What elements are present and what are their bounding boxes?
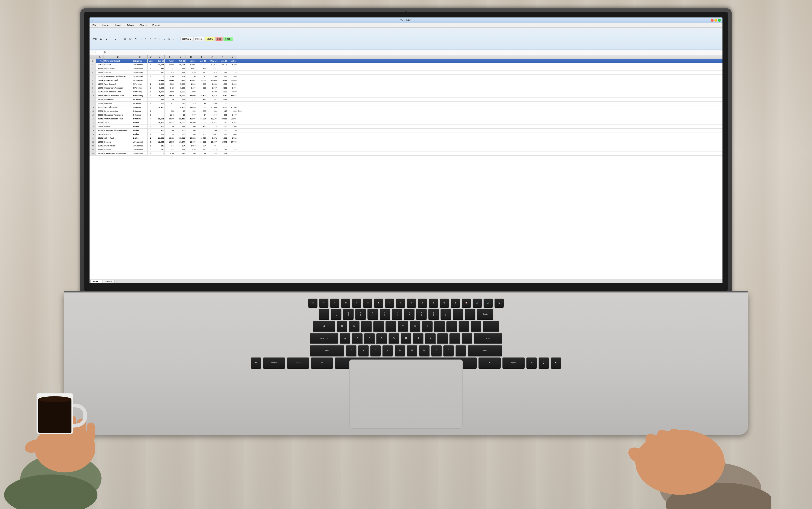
cell[interactable]: 1 bbox=[148, 78, 154, 82]
cell[interactable]: 0 bbox=[148, 67, 154, 70]
cell[interactable]: 16,525 bbox=[186, 136, 196, 140]
cell[interactable]: 1-Personnel bbox=[132, 71, 148, 74]
key-f10[interactable]: ⏭ bbox=[418, 299, 427, 307]
key-esc[interactable]: esc bbox=[308, 299, 318, 307]
cell[interactable]: May-16 bbox=[207, 59, 217, 63]
cell[interactable]: 4-Other bbox=[132, 121, 148, 125]
cell[interactable]: 1-Personnel bbox=[132, 74, 148, 78]
cell[interactable]: 96643 bbox=[96, 90, 104, 94]
cell[interactable]: 12 bbox=[175, 113, 186, 117]
key-arrow-left[interactable]: ◄ bbox=[526, 358, 537, 368]
key-command-right[interactable]: ⌘ bbox=[478, 358, 501, 368]
cell[interactable]: 8,000 bbox=[186, 90, 196, 94]
cell[interactable]: Newspaper Advertising bbox=[104, 113, 132, 117]
cell[interactable]: Benefits bbox=[104, 140, 132, 144]
col-header-k[interactable]: K bbox=[217, 55, 228, 59]
table-row[interactable]: 210460Benefits1-Personnel012,03413,56510… bbox=[89, 63, 723, 67]
menu-layout[interactable]: Layout bbox=[101, 24, 110, 27]
cell[interactable]: 200 bbox=[186, 125, 196, 128]
key-vol-down[interactable]: 🔉 bbox=[473, 299, 482, 307]
key-tilde[interactable]: ~` bbox=[319, 309, 329, 319]
cell[interactable]: 4-Other bbox=[132, 132, 148, 136]
cell[interactable]: 10946 bbox=[96, 86, 104, 90]
cell[interactable]: 0 bbox=[148, 63, 154, 67]
cell[interactable]: 13,890 bbox=[207, 78, 217, 82]
cell[interactable]: 12,620 bbox=[164, 94, 175, 98]
nav-back[interactable]: ‹ bbox=[91, 19, 94, 22]
key-z[interactable]: Z bbox=[346, 345, 357, 356]
cell[interactable]: 34 bbox=[196, 113, 207, 117]
cell[interactable]: 340 bbox=[228, 132, 237, 136]
cell[interactable]: 357 bbox=[207, 98, 217, 101]
key-u[interactable]: U bbox=[410, 321, 420, 332]
cell[interactable]: 2,466 bbox=[217, 98, 228, 101]
key-f6[interactable]: ⏸ bbox=[374, 299, 383, 307]
cell[interactable]: 347 bbox=[164, 144, 175, 148]
table-row[interactable]: 2024601Postage4-Other0683153356200235462… bbox=[89, 132, 723, 136]
ribbon-currency[interactable]: $ bbox=[162, 37, 166, 41]
menu-format[interactable]: Format bbox=[151, 24, 161, 27]
cell[interactable]: Categories bbox=[132, 59, 148, 63]
cell[interactable]: 189 bbox=[175, 152, 186, 156]
table-row[interactable]: 714678Web Research2-Marketing28,0002,300… bbox=[89, 82, 723, 86]
cell[interactable]: Mar-16 bbox=[186, 59, 196, 63]
cell[interactable]: 150 bbox=[164, 125, 175, 128]
cell[interactable]: 2,000 bbox=[175, 90, 186, 94]
cell[interactable]: 1 bbox=[148, 148, 154, 151]
cell[interactable]: Salaries bbox=[104, 71, 132, 74]
cell[interactable]: 207 bbox=[217, 125, 228, 128]
ribbon-align-center[interactable]: ≡ bbox=[148, 37, 152, 41]
cell[interactable]: 770 bbox=[228, 129, 237, 132]
close-button[interactable] bbox=[711, 19, 713, 22]
cell[interactable]: 1,850 bbox=[196, 148, 207, 151]
ribbon-bold[interactable]: B bbox=[104, 37, 109, 41]
cell[interactable]: 374 bbox=[196, 144, 207, 148]
key-f11[interactable]: ⏭ bbox=[429, 299, 438, 307]
key-delete[interactable]: delete bbox=[477, 309, 493, 319]
key-f8[interactable]: ⏮ bbox=[396, 299, 405, 307]
sheet-tab-1[interactable]: Sheet1 bbox=[90, 280, 102, 283]
cell[interactable]: 3,680 bbox=[237, 109, 244, 113]
cell[interactable]: 0 bbox=[148, 152, 154, 156]
cell[interactable]: 12,034 bbox=[154, 140, 164, 144]
cell[interactable]: 25,326 bbox=[217, 78, 228, 82]
ribbon-borders[interactable]: ⊞ bbox=[123, 37, 127, 41]
key-p[interactable]: P bbox=[446, 321, 457, 332]
cell[interactable]: 235 bbox=[196, 132, 207, 136]
cell[interactable]: 200 bbox=[154, 125, 164, 128]
key-f2[interactable]: ☀ bbox=[330, 299, 339, 307]
table-row[interactable]: 623674Personnel Total1-Personnel112,9001… bbox=[89, 78, 723, 82]
format-check[interactable]: Check bbox=[223, 37, 233, 41]
cell[interactable]: 14,093 bbox=[186, 105, 196, 109]
cell[interactable]: 234 bbox=[207, 109, 217, 113]
cell[interactable]: 153 bbox=[164, 132, 175, 136]
key-minus[interactable]: _- bbox=[453, 309, 463, 319]
cell[interactable]: 23 bbox=[196, 74, 207, 78]
cell[interactable]: 400 bbox=[154, 129, 164, 132]
cell[interactable]: 453 bbox=[207, 102, 217, 105]
cell[interactable]: 190 bbox=[164, 98, 175, 101]
cell[interactable]: Salaries bbox=[104, 148, 132, 151]
cell[interactable]: 155 bbox=[175, 125, 186, 128]
cell[interactable]: 178 bbox=[175, 148, 186, 151]
cell[interactable]: 1,367 bbox=[207, 121, 217, 125]
cell[interactable]: 12,662 bbox=[154, 117, 164, 121]
cell[interactable]: 0 bbox=[148, 144, 154, 148]
cell[interactable]: 1 bbox=[148, 105, 154, 109]
nav-forward[interactable]: › bbox=[95, 19, 97, 22]
cell[interactable]: 521 bbox=[154, 148, 164, 151]
col-header-c[interactable]: C bbox=[132, 55, 148, 59]
title-bar-nav[interactable]: ‹ › bbox=[91, 19, 97, 22]
key-h[interactable]: H bbox=[401, 333, 411, 344]
cell[interactable]: 2 bbox=[148, 98, 154, 101]
table-row[interactable]: 1789063Travel4-Other119,30015,33315,0001… bbox=[89, 121, 723, 125]
col-header-d[interactable]: D bbox=[148, 55, 154, 59]
cell[interactable]: 145 bbox=[207, 125, 217, 128]
cell[interactable]: 12,890 bbox=[196, 105, 207, 109]
cell[interactable]: 90 bbox=[186, 152, 196, 156]
cell[interactable]: 434 bbox=[164, 148, 175, 151]
cell[interactable]: 10,674 bbox=[175, 63, 186, 67]
cell[interactable]: Phone bbox=[104, 125, 132, 128]
cell[interactable]: 15,611 bbox=[175, 136, 186, 140]
cell[interactable]: 346 bbox=[207, 113, 217, 117]
